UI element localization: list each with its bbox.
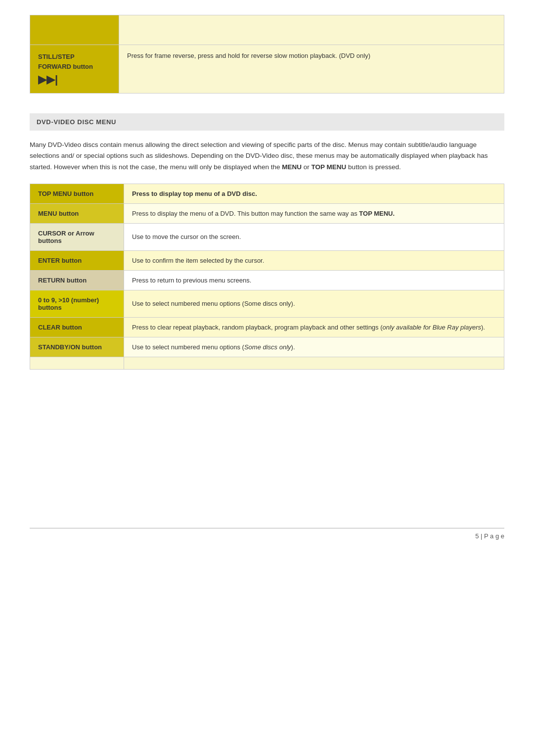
page-number: 5 [475, 532, 479, 540]
menu-button-text: MENU button [38, 210, 79, 217]
standby-desc-text: Use to select numbered menu options (Som… [132, 343, 295, 351]
table-row: RETURN button Press to return to previou… [30, 270, 504, 290]
intro-paragraph: Many DVD-Video discs contain menus allow… [30, 140, 504, 173]
dvd-section-header-text: DVD-VIDEO DISC MENU [37, 118, 116, 126]
cursor-desc-text: Use to move the cursor on the screen. [132, 233, 241, 240]
intro-menu-bold: MENU [282, 163, 302, 171]
top-menu-desc-text: Press to display top menu of a DVD disc. [132, 190, 257, 197]
skip-forward-icon: ▶▶| [38, 73, 111, 86]
top-menu-button-text: TOP MENU button [38, 190, 93, 197]
menu-desc-text: Press to display the menu of a DVD. This… [132, 210, 395, 217]
top-menu-button-label: TOP MENU button [30, 184, 124, 203]
return-text-bold: RETURN [38, 277, 65, 284]
footer-separator: | [481, 532, 484, 540]
menu-button-desc: Press to display the menu of a DVD. This… [124, 203, 504, 223]
still-step-line2: FORWARD button [38, 63, 93, 70]
enter-button-desc: Use to confirm the item selected by the … [124, 250, 504, 270]
clear-button-desc: Press to clear repeat playback, random p… [124, 317, 504, 337]
table-row-empty [30, 357, 504, 369]
intro-or: or [304, 163, 312, 171]
page-label: P a g e [484, 532, 504, 540]
footer-divider [30, 528, 504, 528]
dvd-functions-table: TOP MENU button Press to display top men… [30, 184, 504, 370]
table-row: TOP MENU button Press to display top men… [30, 184, 504, 203]
intro-end: button is pressed. [348, 163, 401, 171]
cursor-text-bold: CURSOR [38, 230, 66, 237]
return-text-normal: button [65, 277, 87, 284]
top-menu-button-desc: Press to display top menu of a DVD disc. [124, 184, 504, 203]
cursor-button-desc: Use to move the cursor on the screen. [124, 223, 504, 250]
empty-last-label [30, 357, 124, 369]
return-button-desc: Press to return to previous menu screens… [124, 270, 504, 290]
standby-button-label: STANDBY/ON button [30, 337, 124, 357]
enter-button-label: ENTER button [30, 250, 124, 270]
number-buttons-desc: Use to select numbered menu options (Som… [124, 290, 504, 317]
cursor-button-label: CURSOR or Arrowbuttons [30, 223, 124, 250]
top-table-empty-label [30, 15, 119, 45]
enter-desc-text: Use to confirm the item selected by the … [132, 257, 264, 264]
clear-button-text: CLEAR button [38, 324, 82, 331]
top-table: STILL/STEP FORWARD button ▶▶| Press for … [30, 15, 504, 94]
number-buttons-text: 0 to 9, >10 (number)buttons [38, 296, 99, 311]
still-step-line1: STILL/STEP [38, 53, 75, 60]
number-buttons-label: 0 to 9, >10 (number)buttons [30, 290, 124, 317]
menu-button-label: MENU button [30, 203, 124, 223]
clear-desc-text: Press to clear repeat playback, random p… [132, 324, 485, 331]
return-desc-text: Press to return to previous menu screens… [132, 277, 251, 284]
still-step-title: STILL/STEP FORWARD button [38, 53, 93, 70]
empty-last-content [124, 357, 504, 369]
table-row: CLEAR button Press to clear repeat playb… [30, 317, 504, 337]
page-footer-wrapper: 5 | P a g e [30, 528, 504, 540]
still-step-description: Press for frame reverse, press and hold … [127, 52, 370, 59]
table-row: MENU button Press to display the menu of… [30, 203, 504, 223]
number-desc-text: Use to select numbered menu options (Som… [132, 300, 295, 307]
page-footer: 5 | P a g e [30, 532, 504, 540]
enter-button-text: ENTER button [38, 257, 82, 264]
table-row: ENTER button Use to confirm the item sel… [30, 250, 504, 270]
standby-button-desc: Use to select numbered menu options (Som… [124, 337, 504, 357]
dvd-section-header: DVD-VIDEO DISC MENU [30, 113, 504, 131]
return-button-label: RETURN button [30, 270, 124, 290]
clear-button-label: CLEAR button [30, 317, 124, 337]
standby-text-bold: STANDBY/ON [38, 343, 80, 351]
intro-top-menu-bold: TOP MENU [312, 163, 347, 171]
still-step-content: Press for frame reverse, press and hold … [119, 45, 504, 94]
standby-text-normal: button [80, 343, 102, 351]
table-row: CURSOR or Arrowbuttons Use to move the c… [30, 223, 504, 250]
top-table-empty-content [119, 15, 504, 45]
intro-text-main: Many DVD-Video discs contain menus allow… [30, 141, 488, 171]
still-step-label-cell: STILL/STEP FORWARD button ▶▶| [30, 45, 119, 94]
table-row: 0 to 9, >10 (number)buttons Use to selec… [30, 290, 504, 317]
table-row: STANDBY/ON button Use to select numbered… [30, 337, 504, 357]
